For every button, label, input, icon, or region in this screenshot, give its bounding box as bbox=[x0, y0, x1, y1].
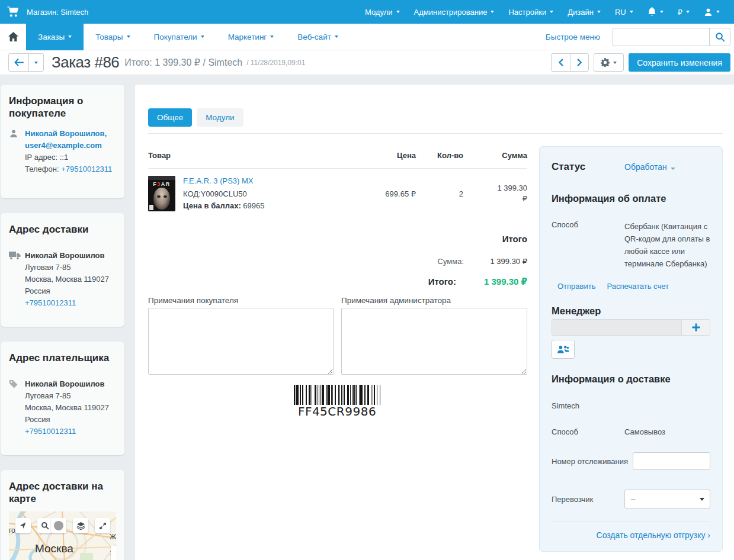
subtotal-value: 1 399.30 ₽ bbox=[464, 257, 527, 266]
search-button[interactable] bbox=[709, 28, 730, 46]
barcode-text: FF45CR9986 bbox=[264, 404, 410, 419]
quick-menu-link[interactable]: Быстрое меню bbox=[546, 33, 600, 41]
location-arrow-icon bbox=[19, 522, 27, 530]
notifications-menu[interactable] bbox=[640, 0, 671, 24]
order-actions-button[interactable] bbox=[594, 53, 624, 72]
status-label: Статус bbox=[552, 161, 624, 173]
menu-modules[interactable]: Модули bbox=[358, 0, 407, 24]
expand-icon bbox=[99, 522, 107, 530]
map-box: Адрес доставки на карте го bbox=[1, 470, 124, 560]
payment-method-value: Сбербанк (Квитанция с QR-кодом для оплат… bbox=[624, 220, 714, 270]
page-timestamp: / 11/28/2019,09:01 bbox=[246, 59, 305, 67]
nav-orders[interactable]: Заказы bbox=[26, 24, 84, 50]
tabs: Общее Модули bbox=[148, 108, 243, 127]
sidebar: Информация о покупателе Николай Ворошило… bbox=[1, 85, 124, 560]
chevron-right-icon bbox=[577, 59, 582, 66]
home-button[interactable] bbox=[0, 24, 26, 50]
panorama-icon bbox=[54, 521, 63, 530]
currency-menu[interactable]: ₽ bbox=[671, 0, 697, 24]
map-city-label: Москва bbox=[35, 542, 73, 555]
save-button[interactable]: Сохранить изменения bbox=[629, 53, 730, 72]
tag-icon bbox=[9, 378, 21, 437]
table-header-row: Товар Цена Кол-во Сумма bbox=[148, 146, 527, 169]
subtotal-label: Сумма: bbox=[438, 257, 464, 266]
back-arrow-icon bbox=[14, 59, 24, 66]
next-order-button[interactable] bbox=[570, 54, 588, 71]
column-qty: Кол-во bbox=[416, 151, 474, 160]
user-menu[interactable] bbox=[697, 0, 727, 24]
gear-icon bbox=[601, 58, 610, 67]
search-input[interactable] bbox=[613, 28, 709, 46]
order-items-table: Товар Цена Кол-во Сумма F3AR F.E.A.R. 3 … bbox=[148, 146, 527, 218]
product-thumbnail: F3AR bbox=[148, 176, 175, 211]
search-box bbox=[613, 28, 730, 46]
tab-general[interactable]: Общее bbox=[148, 108, 192, 127]
customer-phone-link[interactable]: +79510012311 bbox=[61, 165, 112, 173]
back-dropdown-button[interactable] bbox=[28, 54, 43, 71]
column-product: Товар bbox=[148, 151, 359, 160]
page-title: Заказ #86 bbox=[52, 53, 119, 72]
column-price: Цена bbox=[359, 151, 416, 160]
menu-language[interactable]: RU bbox=[608, 0, 640, 24]
page-subtitle: Итого: 1 399.30 ₽ / Simtech bbox=[124, 57, 242, 68]
create-shipment-link[interactable]: Создать отдельную отгрузку › bbox=[552, 530, 710, 540]
cart-icon[interactable] bbox=[7, 7, 19, 17]
customer-notes-textarea[interactable] bbox=[148, 308, 334, 375]
print-invoice-link[interactable]: Распечатать счет bbox=[607, 282, 669, 291]
barcode bbox=[294, 385, 380, 405]
admin-notes-label: Примечания администратора bbox=[341, 296, 451, 305]
customer-email-link[interactable]: user4@example.com bbox=[25, 141, 102, 150]
billing-phone-link[interactable]: +79510012311 bbox=[25, 427, 76, 436]
status-dropdown[interactable]: Обработан bbox=[624, 162, 675, 172]
customer-info-title: Информация о покупателе bbox=[9, 95, 116, 120]
store-label[interactable]: Магазин: Simtech bbox=[27, 8, 88, 17]
map-fullscreen-button[interactable] bbox=[95, 518, 110, 533]
tracking-label: Номер отслеживания bbox=[552, 457, 628, 466]
map-locate-button[interactable] bbox=[15, 518, 31, 533]
shipping-phone-link[interactable]: +79510012311 bbox=[25, 298, 76, 307]
add-manager-button[interactable] bbox=[681, 320, 710, 335]
nav-customers[interactable]: Покупатели bbox=[142, 24, 216, 50]
nav-marketing[interactable]: Маркетинг bbox=[216, 24, 286, 50]
truck-icon bbox=[9, 250, 21, 309]
totals-heading: Итого bbox=[428, 234, 527, 244]
back-button[interactable] bbox=[9, 54, 28, 71]
product-name-link[interactable]: F.E.A.R. 3 (PS3) MX bbox=[183, 176, 253, 185]
people-icon bbox=[557, 345, 569, 354]
admin-notes-textarea[interactable] bbox=[341, 308, 527, 375]
tab-divider bbox=[148, 133, 723, 134]
customer-ip: IP адрес: ::1 bbox=[25, 152, 112, 163]
send-invoice-link[interactable]: Отправить bbox=[557, 282, 595, 291]
delivery-map[interactable]: го Ж ж Москва bbox=[9, 511, 116, 560]
total-label: Итого: bbox=[428, 276, 456, 287]
menu-settings[interactable]: Настройки bbox=[501, 0, 560, 24]
totals-block: Итого Сумма: 1 399.30 ₽ Итого: 1 399.30 … bbox=[428, 234, 527, 287]
manager-title: Менеджер bbox=[552, 305, 714, 317]
order-content-card: Общее Модули Товар Цена Кол-во Сумма F3A… bbox=[135, 85, 734, 560]
customer-phone-row: Телефон: +79510012311 bbox=[25, 163, 112, 175]
user-icon bbox=[704, 8, 713, 17]
menu-administration[interactable]: Администрирование bbox=[407, 0, 502, 24]
map-panorama-button[interactable] bbox=[51, 518, 66, 533]
map-layers-button[interactable] bbox=[73, 518, 88, 533]
customer-name-link[interactable]: Николай Ворошилов, bbox=[25, 129, 107, 138]
map-zoom-button[interactable] bbox=[111, 546, 116, 560]
tab-addons[interactable]: Модули bbox=[197, 108, 243, 127]
nav-products[interactable]: Товары bbox=[84, 24, 142, 50]
prev-order-button[interactable] bbox=[552, 54, 570, 71]
carrier-select[interactable]: – bbox=[624, 490, 710, 508]
nav-website[interactable]: Веб-сайт bbox=[286, 24, 350, 50]
product-points: Цена в баллах: 69965 bbox=[183, 201, 265, 210]
billing-address-box: Адрес плательщика Николай Ворошилов Луго… bbox=[1, 342, 124, 455]
payment-info-title: Информация об оплате bbox=[552, 193, 714, 204]
main-nav: Заказы Товары Покупатели Маркетинг Веб-с… bbox=[0, 24, 734, 50]
menu-design[interactable]: Дизайн bbox=[560, 0, 608, 24]
carrier-label: Перевозчик bbox=[552, 495, 593, 504]
total-value: 1 399.30 ₽ bbox=[456, 276, 527, 287]
manager-input[interactable] bbox=[552, 320, 681, 335]
product-qty: 2 bbox=[416, 189, 474, 198]
tracking-input[interactable] bbox=[633, 452, 710, 470]
map-search-icon bbox=[41, 522, 49, 530]
select-manager-button[interactable] bbox=[552, 340, 575, 359]
shipping-company: Simtech bbox=[552, 401, 714, 410]
